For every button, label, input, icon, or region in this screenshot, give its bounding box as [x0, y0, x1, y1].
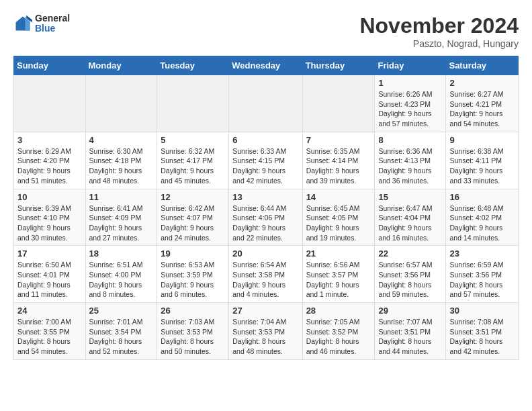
- day-info: Sunrise: 6:50 AM Sunset: 4:01 PM Dayligh…: [17, 260, 82, 300]
- day-info: Sunrise: 6:27 AM Sunset: 4:21 PM Dayligh…: [449, 89, 515, 129]
- day-info: Sunrise: 7:01 AM Sunset: 3:54 PM Dayligh…: [89, 317, 154, 357]
- calendar-cell: [229, 75, 302, 132]
- calendar-cell: [302, 75, 375, 132]
- day-info: Sunrise: 6:29 AM Sunset: 4:20 PM Dayligh…: [17, 146, 82, 186]
- day-info: Sunrise: 7:07 AM Sunset: 3:51 PM Dayligh…: [378, 317, 442, 357]
- calendar-cell: [14, 75, 86, 132]
- calendar-cell: 25Sunrise: 7:01 AM Sunset: 3:54 PM Dayli…: [85, 303, 157, 360]
- location-subtitle: Paszto, Nograd, Hungary: [359, 38, 519, 49]
- calendar-week-row: 10Sunrise: 6:39 AM Sunset: 4:10 PM Dayli…: [14, 189, 519, 246]
- day-info: Sunrise: 6:54 AM Sunset: 3:58 PM Dayligh…: [232, 260, 298, 300]
- day-number: 13: [232, 192, 298, 202]
- column-header-friday: Friday: [375, 56, 446, 75]
- day-number: 19: [161, 248, 225, 259]
- day-info: Sunrise: 6:35 AM Sunset: 4:14 PM Dayligh…: [306, 146, 371, 186]
- day-number: 28: [306, 306, 371, 316]
- column-header-saturday: Saturday: [446, 56, 519, 75]
- logo-icon: [13, 14, 32, 33]
- calendar-cell: 30Sunrise: 7:08 AM Sunset: 3:51 PM Dayli…: [446, 303, 519, 360]
- calendar-cell: 6Sunrise: 6:33 AM Sunset: 4:15 PM Daylig…: [229, 132, 302, 189]
- day-number: 30: [449, 306, 515, 316]
- day-number: 18: [89, 248, 154, 259]
- day-number: 20: [232, 248, 298, 259]
- day-info: Sunrise: 6:53 AM Sunset: 3:59 PM Dayligh…: [161, 260, 225, 300]
- day-number: 1: [378, 78, 442, 88]
- day-info: Sunrise: 6:48 AM Sunset: 4:02 PM Dayligh…: [449, 203, 515, 243]
- calendar-cell: 16Sunrise: 6:48 AM Sunset: 4:02 PM Dayli…: [446, 189, 519, 246]
- day-info: Sunrise: 6:47 AM Sunset: 4:04 PM Dayligh…: [378, 203, 442, 243]
- calendar-cell: 18Sunrise: 6:51 AM Sunset: 4:00 PM Dayli…: [85, 246, 157, 303]
- day-number: 29: [378, 306, 442, 316]
- calendar-week-row: 17Sunrise: 6:50 AM Sunset: 4:01 PM Dayli…: [14, 246, 519, 303]
- day-number: 8: [378, 135, 442, 145]
- day-info: Sunrise: 6:56 AM Sunset: 3:57 PM Dayligh…: [306, 260, 371, 300]
- day-number: 25: [89, 306, 154, 316]
- page-header: General Blue November 2024 Paszto, Nogra…: [13, 13, 519, 49]
- day-number: 7: [306, 135, 371, 145]
- day-info: Sunrise: 6:45 AM Sunset: 4:05 PM Dayligh…: [306, 203, 371, 243]
- calendar-cell: 12Sunrise: 6:42 AM Sunset: 4:07 PM Dayli…: [157, 189, 229, 246]
- calendar-cell: [85, 75, 157, 132]
- day-number: 4: [89, 135, 154, 145]
- calendar-week-row: 24Sunrise: 7:00 AM Sunset: 3:55 PM Dayli…: [14, 303, 519, 360]
- day-number: 16: [449, 192, 515, 202]
- calendar-table: SundayMondayTuesdayWednesdayThursdayFrid…: [13, 56, 519, 360]
- logo-blue: Blue: [35, 24, 70, 34]
- column-header-tuesday: Tuesday: [157, 56, 229, 75]
- column-header-monday: Monday: [85, 56, 157, 75]
- calendar-week-row: 3Sunrise: 6:29 AM Sunset: 4:20 PM Daylig…: [14, 132, 519, 189]
- calendar-cell: 20Sunrise: 6:54 AM Sunset: 3:58 PM Dayli…: [229, 246, 302, 303]
- logo: General Blue: [13, 13, 70, 34]
- calendar-cell: 23Sunrise: 6:59 AM Sunset: 3:56 PM Dayli…: [446, 246, 519, 303]
- day-info: Sunrise: 6:32 AM Sunset: 4:17 PM Dayligh…: [161, 146, 225, 186]
- month-year-title: November 2024: [359, 13, 519, 38]
- calendar-cell: 5Sunrise: 6:32 AM Sunset: 4:17 PM Daylig…: [157, 132, 229, 189]
- day-info: Sunrise: 7:05 AM Sunset: 3:52 PM Dayligh…: [306, 317, 371, 357]
- calendar-cell: 27Sunrise: 7:04 AM Sunset: 3:53 PM Dayli…: [229, 303, 302, 360]
- day-info: Sunrise: 6:26 AM Sunset: 4:23 PM Dayligh…: [378, 89, 442, 129]
- day-number: 24: [17, 306, 82, 316]
- day-number: 3: [17, 135, 82, 145]
- day-info: Sunrise: 6:59 AM Sunset: 3:56 PM Dayligh…: [449, 260, 515, 300]
- day-info: Sunrise: 6:57 AM Sunset: 3:56 PM Dayligh…: [378, 260, 442, 300]
- day-info: Sunrise: 6:36 AM Sunset: 4:13 PM Dayligh…: [378, 146, 442, 186]
- calendar-cell: 26Sunrise: 7:03 AM Sunset: 3:53 PM Dayli…: [157, 303, 229, 360]
- day-number: 17: [17, 248, 82, 259]
- day-number: 11: [89, 192, 154, 202]
- day-info: Sunrise: 6:51 AM Sunset: 4:00 PM Dayligh…: [89, 260, 154, 300]
- day-number: 9: [449, 135, 515, 145]
- calendar-cell: 2Sunrise: 6:27 AM Sunset: 4:21 PM Daylig…: [446, 75, 519, 132]
- calendar-cell: 8Sunrise: 6:36 AM Sunset: 4:13 PM Daylig…: [375, 132, 446, 189]
- calendar-cell: 21Sunrise: 6:56 AM Sunset: 3:57 PM Dayli…: [302, 246, 375, 303]
- calendar-cell: 7Sunrise: 6:35 AM Sunset: 4:14 PM Daylig…: [302, 132, 375, 189]
- column-header-sunday: Sunday: [14, 56, 86, 75]
- column-header-wednesday: Wednesday: [229, 56, 302, 75]
- day-number: 21: [306, 248, 371, 259]
- day-number: 5: [161, 135, 225, 145]
- day-number: 26: [161, 306, 225, 316]
- calendar-cell: 28Sunrise: 7:05 AM Sunset: 3:52 PM Dayli…: [302, 303, 375, 360]
- day-info: Sunrise: 7:00 AM Sunset: 3:55 PM Dayligh…: [17, 317, 82, 357]
- day-number: 15: [378, 192, 442, 202]
- calendar-cell: 1Sunrise: 6:26 AM Sunset: 4:23 PM Daylig…: [375, 75, 446, 132]
- calendar-cell: 11Sunrise: 6:41 AM Sunset: 4:09 PM Dayli…: [85, 189, 157, 246]
- calendar-cell: 19Sunrise: 6:53 AM Sunset: 3:59 PM Dayli…: [157, 246, 229, 303]
- day-number: 10: [17, 192, 82, 202]
- calendar-cell: [157, 75, 229, 132]
- day-number: 27: [232, 306, 298, 316]
- calendar-cell: 13Sunrise: 6:44 AM Sunset: 4:06 PM Dayli…: [229, 189, 302, 246]
- day-info: Sunrise: 7:08 AM Sunset: 3:51 PM Dayligh…: [449, 317, 515, 357]
- day-info: Sunrise: 6:33 AM Sunset: 4:15 PM Dayligh…: [232, 146, 298, 186]
- title-block: November 2024 Paszto, Nograd, Hungary: [359, 13, 519, 49]
- day-number: 22: [378, 248, 442, 259]
- calendar-cell: 10Sunrise: 6:39 AM Sunset: 4:10 PM Dayli…: [14, 189, 86, 246]
- calendar-header-row: SundayMondayTuesdayWednesdayThursdayFrid…: [14, 56, 519, 75]
- day-info: Sunrise: 6:30 AM Sunset: 4:18 PM Dayligh…: [89, 146, 154, 186]
- day-info: Sunrise: 6:42 AM Sunset: 4:07 PM Dayligh…: [161, 203, 225, 243]
- day-number: 6: [232, 135, 298, 145]
- day-info: Sunrise: 6:39 AM Sunset: 4:10 PM Dayligh…: [17, 203, 82, 243]
- calendar-cell: 14Sunrise: 6:45 AM Sunset: 4:05 PM Dayli…: [302, 189, 375, 246]
- day-info: Sunrise: 6:41 AM Sunset: 4:09 PM Dayligh…: [89, 203, 154, 243]
- day-info: Sunrise: 6:38 AM Sunset: 4:11 PM Dayligh…: [449, 146, 515, 186]
- calendar-week-row: 1Sunrise: 6:26 AM Sunset: 4:23 PM Daylig…: [14, 75, 519, 132]
